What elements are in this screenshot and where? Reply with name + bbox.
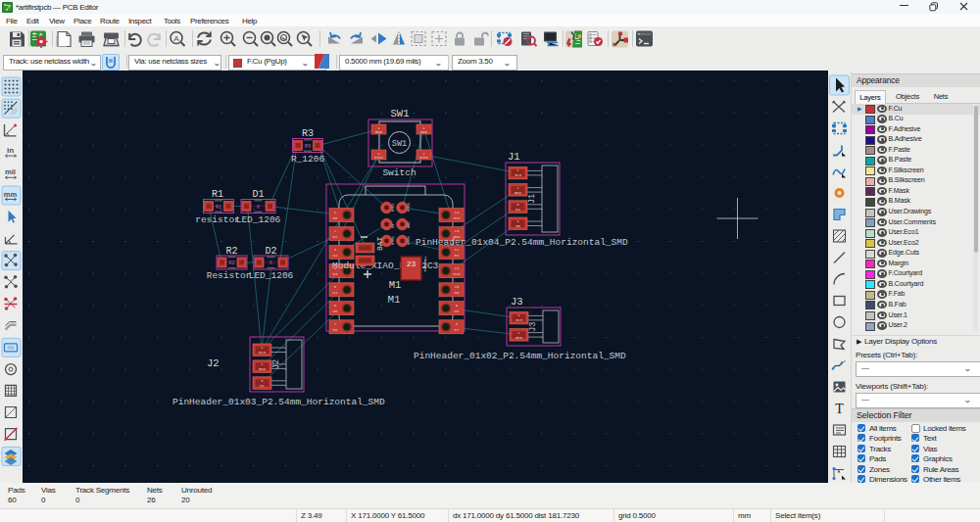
svg-text:MTCK: MTCK [407,236,411,245]
svg-text:5V3: 5V3 [259,351,267,355]
svg-text:MTMS: MTMS [374,156,384,160]
svg-text:J2: J2 [271,359,281,369]
svg-text:J1: J1 [527,194,537,204]
svg-text:D1: D1 [260,384,265,388]
svg-text:R2: R2 [225,246,237,257]
svg-text:EN: EN [391,224,395,228]
svg-text:mm: mm [4,190,18,199]
svg-text:J3: J3 [511,296,523,308]
svg-text:23: 23 [407,260,416,268]
svg-text:K: K [257,205,260,211]
svg-text:Resistor: Resistor [207,270,252,281]
svg-text:5V: 5V [455,254,460,258]
svg-text:D1: D1 [252,189,264,200]
svg-text:J3: J3 [528,322,538,332]
svg-text:A: A [173,34,179,43]
svg-text:D2: D2 [265,246,276,257]
svg-text:D4: D4 [515,208,520,212]
svg-text:3V3: 3V3 [515,318,523,322]
svg-text:13: 13 [455,229,460,233]
svg-text:3V3: 3V3 [514,173,522,177]
svg-text:GND: GND [420,130,428,134]
svg-text:R1: R1 [216,205,221,211]
svg-text:R3: R3 [305,144,311,150]
svg-text:SW1: SW1 [391,108,410,119]
svg-text:D9: D9 [455,291,460,295]
svg-text:D4: D4 [333,291,338,295]
svg-text:LED_1206: LED_1206 [236,214,281,225]
svg-text:D10: D10 [453,272,461,276]
svg-text:D3: D3 [333,272,338,276]
svg-text:T: T [835,402,844,416]
svg-text:J2: J2 [207,357,220,369]
svg-text:D1: D1 [333,235,338,239]
svg-text:D6: D6 [333,328,338,332]
svg-text:D2: D2 [333,254,338,258]
svg-text:GND: GND [515,336,523,340]
svg-text:R_1206: R_1206 [291,154,325,165]
svg-text:M1: M1 [389,279,402,291]
svg-text:14: 14 [455,211,460,214]
svg-text:mil: mil [5,167,16,176]
svg-text:GND: GND [375,130,383,134]
svg-text:D8: D8 [455,309,460,313]
svg-text:MTDI: MTDI [391,203,395,212]
svg-text:in: in [7,146,14,155]
svg-text:PinHeader_01x04_P2.54mm_Horizo: PinHeader_01x04_P2.54mm_Horizontal_SMD [416,237,628,248]
svg-text:Switch: Switch [382,167,416,178]
svg-text:D7: D7 [455,328,460,332]
svg-text:LED_1206: LED_1206 [249,270,294,281]
svg-text:J1: J1 [508,151,520,163]
svg-text:PinHeader_01x02_P2.54mm_Horizo: PinHeader_01x02_P2.54mm_Horizontal_SMD [414,351,626,361]
svg-text:resistor: resistor [195,214,240,225]
svg-text:GND: GND [259,367,267,371]
svg-text:3V3: 3V3 [453,216,461,220]
svg-text:GND: GND [514,191,522,195]
svg-text:MTMS: MTMS [419,156,429,160]
svg-text:R1: R1 [212,189,223,200]
svg-text:D0: D0 [333,216,338,220]
svg-text:SW1: SW1 [392,139,407,149]
svg-text:THERMAL: THERMAL [423,256,427,272]
svg-text:11: 11 [455,266,460,270]
svg-text:R3: R3 [302,128,314,139]
svg-text:12: 12 [455,248,460,252]
svg-text:MTMS: MTMS [391,236,395,245]
svg-text:D5: D5 [333,309,338,313]
svg-text:K: K [270,261,272,266]
svg-text:10: 10 [455,285,460,289]
svg-text:BAT: BAT [375,236,384,251]
svg-text:PinHeader_01x03_P2.54mm_Horizo: PinHeader_01x03_P2.54mm_Horizontal_SMD [172,397,385,407]
svg-text:MTDO: MTDO [407,203,411,212]
svg-text:M1: M1 [387,294,401,306]
svg-text:R2: R2 [228,261,234,266]
svg-text:D5: D5 [515,224,520,228]
svg-text:GND: GND [407,222,411,228]
